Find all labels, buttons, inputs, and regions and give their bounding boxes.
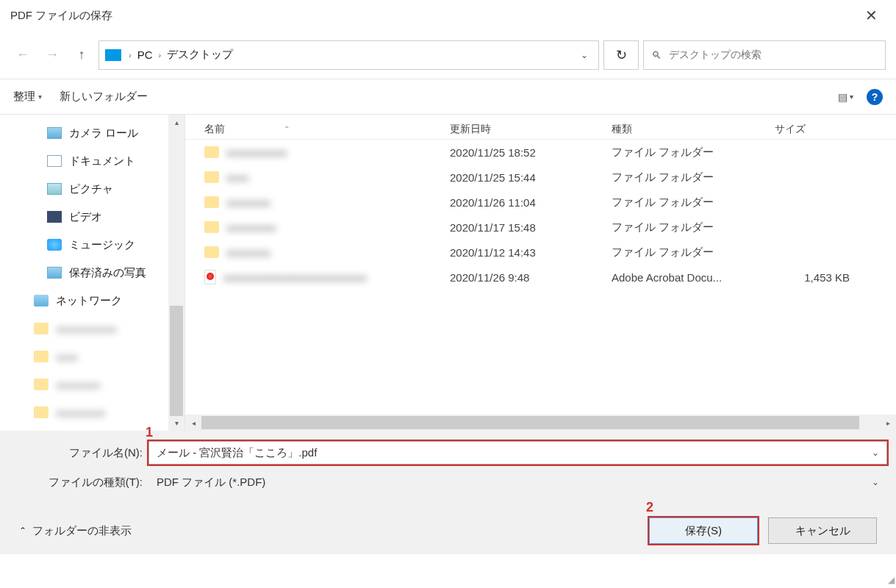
up-button[interactable]: ↑	[69, 43, 94, 68]
folder-icon	[34, 406, 49, 418]
resize-grip-icon[interactable]: ◢	[888, 575, 893, 585]
chevron-down-icon: ▾	[38, 93, 42, 101]
sidebar-item-music[interactable]: ミュージック	[0, 231, 169, 259]
address-bar[interactable]: › PC › デスクトップ ⌄	[98, 40, 599, 70]
file-type: Adobe Acrobat Docu...	[612, 271, 775, 284]
sidebar-item-saved-photos[interactable]: 保存済みの写真	[0, 259, 169, 287]
title-bar: PDF ファイルの保存 ✕	[0, 0, 896, 31]
sidebar-item-pictures[interactable]: ピクチャ	[0, 175, 169, 203]
search-placeholder: デスクトップの検索	[669, 49, 761, 62]
folder-icon	[204, 246, 219, 258]
scrollbar-thumb[interactable]	[170, 306, 183, 415]
navigation-tree: カメラ ロール ドキュメント ピクチャ ビデオ ミュージック 保存済みの写真 ネ…	[0, 115, 185, 431]
scroll-left-icon[interactable]: ◂	[185, 419, 201, 427]
scroll-right-icon[interactable]: ▸	[880, 419, 896, 427]
column-type[interactable]: 種類	[612, 123, 775, 136]
file-name: xxxxxxxx	[226, 246, 270, 259]
sidebar-item-folder[interactable]: xxxxxxxxxxx	[0, 315, 169, 343]
file-date: 2020/11/17 15:48	[450, 221, 612, 234]
chevron-down-icon[interactable]: ⌄	[576, 50, 592, 60]
screen-icon	[47, 127, 62, 139]
pdf-icon	[204, 270, 216, 284]
breadcrumb-pc[interactable]: PC	[137, 49, 153, 61]
filetype-select[interactable]: PDF ファイル (*.PDF) ⌄	[148, 470, 887, 494]
file-row[interactable]: xxxxxxxx2020/11/12 14:43ファイル フォルダー	[185, 240, 896, 265]
video-icon	[47, 211, 62, 223]
list-view-icon: ▤	[838, 91, 847, 103]
file-type: ファイル フォルダー	[612, 245, 775, 259]
file-list: xxxxxxxxxxx2020/11/25 18:52ファイル フォルダーxxx…	[185, 140, 896, 415]
window-title: PDF ファイルの保存	[10, 9, 112, 23]
toolbar: 整理 ▾ 新しいフォルダー ▤ ▾ ?	[0, 79, 896, 115]
filename-label: ファイル名(N):	[9, 446, 148, 460]
horizontal-scrollbar[interactable]: ◂ ▸	[185, 415, 896, 431]
folder-icon	[204, 171, 219, 183]
sidebar-item-folder[interactable]: xxxxxxxx	[0, 370, 169, 398]
filetype-value: PDF ファイル (*.PDF)	[157, 476, 265, 490]
picture-icon	[47, 183, 62, 195]
file-date: 2020/11/25 15:44	[450, 171, 612, 184]
column-name[interactable]: 名前⌃	[185, 123, 450, 136]
column-date[interactable]: 更新日時	[450, 123, 612, 136]
scrollbar-thumb[interactable]	[201, 416, 859, 429]
file-date: 2020/11/26 9:48	[450, 271, 612, 284]
chevron-down-icon: ▾	[850, 93, 853, 101]
file-list-pane: 名前⌃ 更新日時 種類 サイズ xxxxxxxxxxx2020/11/25 18…	[185, 115, 896, 431]
back-button[interactable]: ←	[10, 43, 35, 68]
file-name: xxxxxxxxx	[226, 221, 276, 234]
music-icon	[47, 239, 62, 251]
pc-icon	[105, 49, 121, 61]
folder-icon	[34, 351, 49, 362]
view-mode-button[interactable]: ▤ ▾	[838, 91, 853, 103]
folder-icon	[34, 323, 49, 334]
chevron-up-icon: ⌃	[19, 526, 26, 536]
scroll-down-icon[interactable]: ▾	[168, 416, 184, 431]
hide-folders-toggle[interactable]: ⌃ フォルダーの非表示	[19, 524, 132, 538]
sidebar-scrollbar[interactable]: ▴ ▾	[168, 115, 184, 431]
document-icon	[47, 155, 62, 167]
filename-input[interactable]: メール - 宮沢賢治「こころ」.pdf ⌄	[148, 441, 887, 465]
sidebar-item-camera-roll[interactable]: カメラ ロール	[0, 119, 169, 147]
folder-icon	[204, 221, 219, 233]
filename-value: メール - 宮沢賢治「こころ」.pdf	[157, 446, 317, 460]
breadcrumb-desktop[interactable]: デスクトップ	[167, 48, 233, 62]
network-icon	[34, 295, 49, 306]
sidebar-item-network[interactable]: ネットワーク	[0, 287, 169, 315]
navigation-row: ← → ↑ › PC › デスクトップ ⌄ ↻ 🔍︎ デスクトップの検索	[0, 31, 896, 79]
file-row[interactable]: xxxxxxxxxxxxxxxxxxxxxxxxxx2020/11/26 9:4…	[185, 265, 896, 290]
file-row[interactable]: xxxxxxxxx2020/11/17 15:48ファイル フォルダー	[185, 215, 896, 240]
search-input[interactable]: 🔍︎ デスクトップの検索	[643, 40, 886, 70]
cancel-button[interactable]: キャンセル	[768, 517, 877, 544]
sidebar-item-folder[interactable]: xxxx	[0, 343, 169, 370]
chevron-down-icon[interactable]: ⌄	[872, 477, 879, 487]
file-type: ファイル フォルダー	[612, 220, 775, 234]
file-name: xxxx	[226, 171, 248, 184]
folder-icon	[34, 379, 49, 390]
refresh-button[interactable]: ↻	[603, 40, 639, 70]
sort-asc-icon: ⌃	[284, 125, 290, 133]
new-folder-button[interactable]: 新しいフォルダー	[60, 90, 148, 104]
file-name: xxxxxxxx	[226, 196, 270, 209]
sidebar-item-documents[interactable]: ドキュメント	[0, 147, 169, 175]
file-type: ファイル フォルダー	[612, 146, 775, 159]
forward-button[interactable]: →	[40, 43, 65, 68]
file-size: 1,453 KB	[775, 271, 863, 284]
file-name: xxxxxxxxxxxxxxxxxxxxxxxxxx	[223, 271, 367, 284]
file-date: 2020/11/12 14:43	[450, 246, 612, 259]
filetype-label: ファイルの種類(T):	[9, 476, 148, 490]
organize-menu[interactable]: 整理 ▾	[13, 90, 42, 104]
file-row[interactable]: xxxx2020/11/25 15:44ファイル フォルダー	[185, 165, 896, 190]
folder-icon	[204, 196, 219, 208]
save-button[interactable]: 保存(S)	[649, 517, 758, 544]
close-icon[interactable]: ✕	[856, 7, 886, 24]
help-button[interactable]: ?	[867, 89, 883, 105]
column-size[interactable]: サイズ	[775, 123, 863, 136]
sidebar-item-videos[interactable]: ビデオ	[0, 203, 169, 231]
file-type: ファイル フォルダー	[612, 196, 775, 209]
file-type: ファイル フォルダー	[612, 171, 775, 184]
sidebar-item-folder[interactable]: xxxxxxxxx	[0, 398, 169, 426]
chevron-down-icon[interactable]: ⌄	[872, 448, 879, 458]
file-row[interactable]: xxxxxxxx2020/11/26 11:04ファイル フォルダー	[185, 190, 896, 215]
scroll-up-icon[interactable]: ▴	[168, 115, 184, 129]
file-row[interactable]: xxxxxxxxxxx2020/11/25 18:52ファイル フォルダー	[185, 140, 896, 165]
